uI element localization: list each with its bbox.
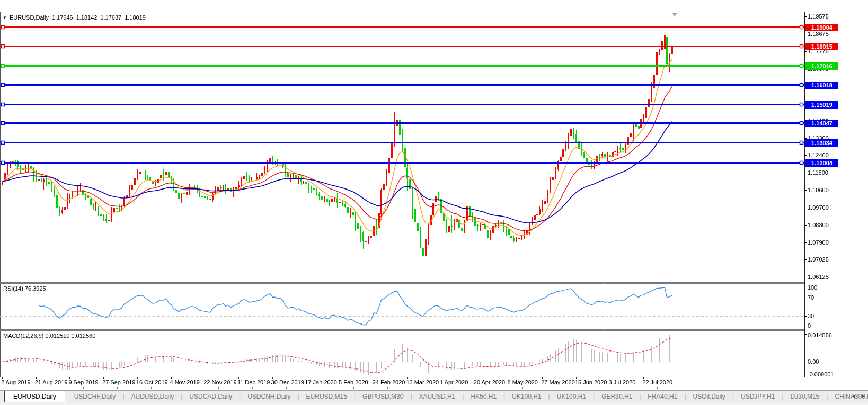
date-label: 9 Sep 2019 xyxy=(68,379,98,385)
rsi-axis-tick: 70 xyxy=(808,294,814,301)
date-label: 24 Feb 2020 xyxy=(373,379,405,385)
date-label: 22 Nov 2019 xyxy=(203,379,236,385)
chart-tab-usdjpy-h1[interactable]: USDJPY,H1 xyxy=(734,391,782,402)
date-label: 16 Oct 2019 xyxy=(136,379,168,385)
chart-tab-hk50-h1[interactable]: HK50,H1 xyxy=(464,391,503,402)
price-axis-tick: 1.12400 xyxy=(808,152,829,158)
price-axis-tick: 1.07900 xyxy=(808,239,829,246)
price-line-label: 1.14047 xyxy=(805,120,838,127)
date-label: 27 May 2020 xyxy=(541,379,575,385)
chart-tab-audusd-daily[interactable]: AUDUSD,Daily xyxy=(125,391,181,402)
date-label: 3 Jul 2020 xyxy=(609,379,636,385)
macd-axis-tick: -0.009001 xyxy=(808,371,834,377)
date-label: 27 Sep 2019 xyxy=(102,379,135,385)
price-axis-tick: 1.06125 xyxy=(808,274,829,280)
chart-tab-usoil-daily[interactable]: USOil,Daily xyxy=(686,391,732,402)
price-line-label: 1.13034 xyxy=(805,139,838,147)
status-strip xyxy=(0,402,868,405)
date-label: 4 Nov 2019 xyxy=(170,379,200,385)
price-axis-tick: 1.09700 xyxy=(808,204,829,211)
price-axis-tick: 1.19575 xyxy=(808,13,829,20)
macd-axis-tick: 0.00 xyxy=(808,358,819,365)
close-value: 1.18019 xyxy=(125,14,146,21)
price-chart-canvas[interactable] xyxy=(0,0,868,390)
chart-tab-bar: EURUSD,DailyUSDCHF,Daily|AUDUSD,Daily|US… xyxy=(0,390,868,402)
chart-tab-fra40-h1[interactable]: FRA40,H1 xyxy=(641,391,684,402)
chart-tab-ger30-h1[interactable]: GER30,H1 xyxy=(595,391,639,402)
symbol-label: EURUSD,Daily xyxy=(10,14,49,21)
date-label: 13 Mar 2020 xyxy=(406,379,439,385)
date-label: 22 Jul 2020 xyxy=(642,379,672,385)
price-line-label: 1.16018 xyxy=(805,82,838,89)
chart-tab-usdcad-daily[interactable]: USDCAD,Daily xyxy=(182,391,239,402)
price-line-label: 1.18015 xyxy=(805,43,838,50)
chart-tab-eurusd-m15[interactable]: EURUSD,M15 xyxy=(299,391,354,402)
date-label: 1 Apr 2020 xyxy=(440,379,468,385)
chart-title: ▼EURUSD,Daily1.176461.181421.176371.1801… xyxy=(3,14,149,21)
low-value: 1.17637 xyxy=(100,14,121,21)
chart-tab-eurusd-daily[interactable]: EURUSD,Daily xyxy=(4,391,65,403)
date-label: 20 Apr 2020 xyxy=(474,379,505,385)
date-label: 5 Feb 2020 xyxy=(339,379,368,385)
price-axis-tick: 1.07025 xyxy=(808,256,829,263)
rsi-axis-tick: 30 xyxy=(808,313,814,319)
price-axis-tick: 1.10600 xyxy=(808,187,829,193)
date-label: 30 Dec 2019 xyxy=(271,379,304,385)
date-label: 15 Jun 2020 xyxy=(575,379,607,385)
chart-tab-gbpusd-m30[interactable]: GBPUSD,M30 xyxy=(356,391,410,402)
date-label: 21 Aug 2019 xyxy=(35,379,68,385)
scroll-left-icon[interactable]: ◄ xyxy=(851,393,856,399)
price-axis-tick: 1.18675 xyxy=(808,31,829,37)
date-label: 11 Dec 2019 xyxy=(237,379,270,385)
scroll-right-icon[interactable]: ► xyxy=(861,393,865,399)
trading-terminal: ▼ M1M5M15M30H1H4D1W1MN ▼EURUSD,Daily1.17… xyxy=(0,0,868,405)
price-axis-tick: 1.08800 xyxy=(808,222,829,228)
high-value: 1.18142 xyxy=(76,14,98,21)
macd-indicator-label: MACD(12,26,9) 0.012510 0.012560 xyxy=(3,332,95,339)
date-label: 8 May 2020 xyxy=(508,379,538,385)
price-axis-tick: 1.11500 xyxy=(808,169,828,176)
chart-tab-uk100-h1[interactable]: UK100,H1 xyxy=(505,391,548,402)
price-line-label: 1.19004 xyxy=(805,24,838,31)
chart-tab-usdchf-daily[interactable]: USDCHF,Daily xyxy=(67,391,123,402)
open-value: 1.17646 xyxy=(52,14,73,21)
date-label: 2 Aug 2019 xyxy=(1,379,31,385)
macd-axis-tick: 0.014556 xyxy=(808,332,832,338)
expand-triangle-icon: ▼ xyxy=(3,15,7,20)
rsi-indicator-label: RSI(14) 76.3925 xyxy=(3,285,46,292)
chart-tab-dj30-m15[interactable]: DJ30,M15 xyxy=(784,391,827,402)
chart-tab-usdcnh-daily[interactable]: USDCNH,Daily xyxy=(241,391,297,402)
rsi-axis-tick: 0 xyxy=(808,322,811,329)
price-line-label: 1.15019 xyxy=(805,101,838,109)
price-line-label: 1.12004 xyxy=(805,159,838,167)
rsi-axis-tick: 100 xyxy=(808,284,817,291)
tab-scroll-arrows: ◄ ► xyxy=(851,393,865,399)
date-label: 17 Jan 2020 xyxy=(305,379,337,385)
price-line-label: 1.17016 xyxy=(805,62,838,70)
chart-tab-xauusd-h1[interactable]: XAUUSD,H1 xyxy=(412,391,463,402)
chart-tab-uk100-h1[interactable]: UK100,H1 xyxy=(550,391,593,402)
